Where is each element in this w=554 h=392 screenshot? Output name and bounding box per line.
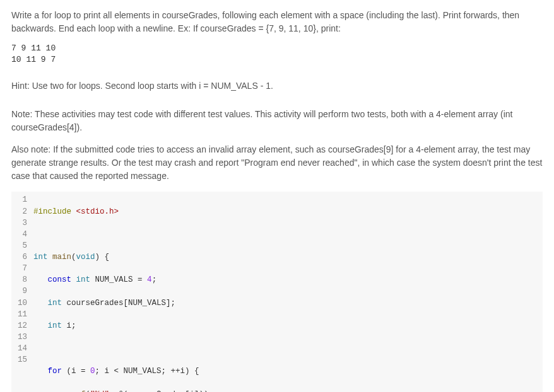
code-line-4: const int NUM_VALS = 4;: [33, 274, 539, 285]
code-line-1: #include <stdio.h>: [33, 206, 539, 217]
sample-output: 7 9 11 10 10 11 9 7: [11, 43, 543, 66]
code-line-8: for (i = 0; i < NUM_VALS; ++i) {: [33, 366, 539, 377]
hint-text: Hint: Use two for loops. Second loop sta…: [11, 79, 543, 93]
problem-intro: Write a for loop to print all elements i…: [11, 9, 543, 35]
code-line-3: int main(void) {: [33, 251, 539, 263]
code-body[interactable]: #include <stdio.h> int main(void) { cons…: [32, 192, 543, 392]
code-line-7: [33, 343, 539, 354]
code-editor[interactable]: 123456789101112131415 #include <stdio.h>…: [11, 192, 543, 392]
code-line-9: scanf("%d", &(courseGrades[i]));: [33, 389, 539, 393]
code-line-5: int courseGrades[NUM_VALS];: [33, 297, 539, 309]
line-gutter: 123456789101112131415: [11, 192, 32, 392]
code-line-2: [33, 229, 539, 240]
code-line-6: int i;: [33, 320, 539, 331]
note-1: Note: These activities may test code wit…: [11, 108, 543, 134]
note-2: Also note: If the submitted code tries t…: [11, 143, 543, 183]
